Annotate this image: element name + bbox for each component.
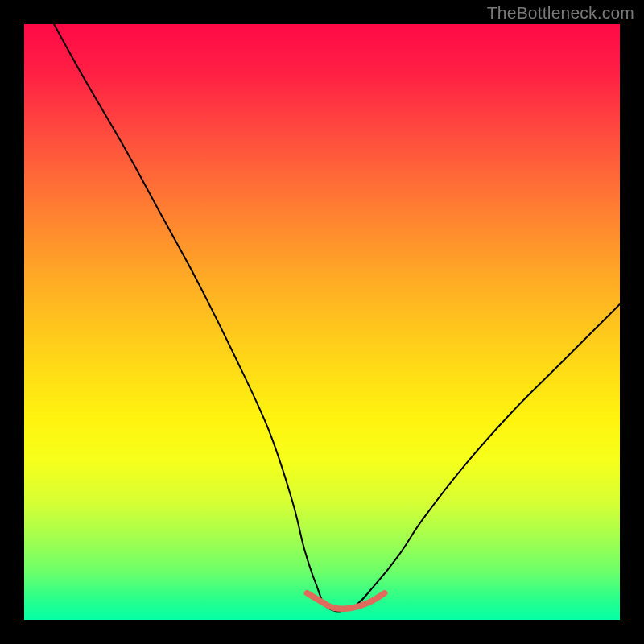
series-highlight-segment [308,593,385,609]
watermark-text: TheBottleneck.com [487,3,634,23]
chart-svg [24,24,620,620]
chart-frame: TheBottleneck.com [0,0,644,644]
series-main-curve [54,24,620,611]
plot-area [24,24,620,620]
